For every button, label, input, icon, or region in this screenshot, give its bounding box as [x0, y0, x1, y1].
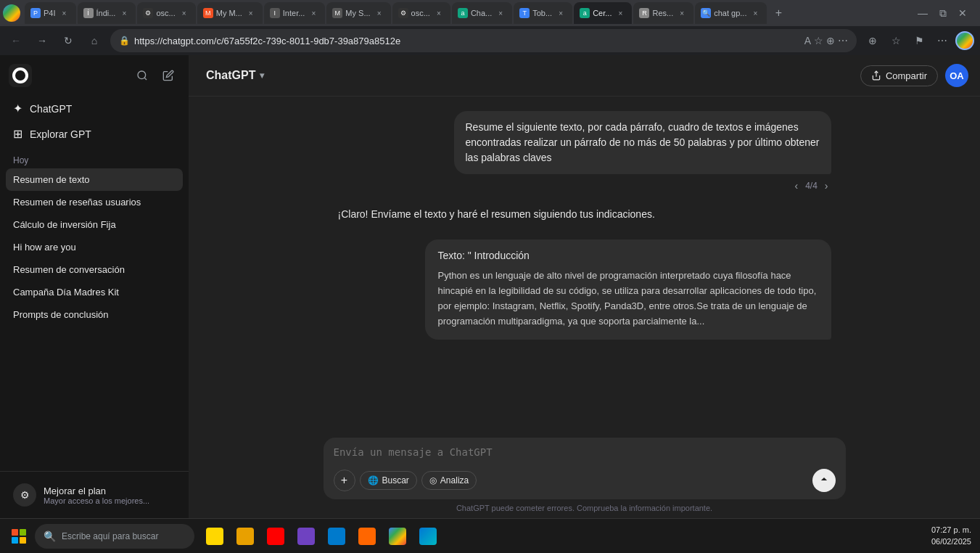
address-bar[interactable]: 🔒 https://chatgpt.com/c/67a55f2c-739c-80…: [110, 29, 857, 52]
taskbar-app-purple[interactable]: [292, 522, 321, 551]
more-icon[interactable]: ⋯: [838, 35, 848, 46]
translate-icon[interactable]: A: [804, 35, 811, 46]
close-button[interactable]: ✕: [954, 7, 971, 19]
share-button[interactable]: Compartir: [860, 65, 938, 86]
history-item-resenas[interactable]: Resumen de reseñas usuarios: [6, 191, 183, 213]
window-controls: — ⧉ ✕: [907, 7, 977, 20]
tab-github2[interactable]: ⚙ osc... ×: [392, 2, 450, 24]
prev-message-button[interactable]: ‹: [791, 179, 801, 193]
favorites-button[interactable]: ☆: [886, 30, 906, 51]
taskbar-app-sticky[interactable]: [200, 522, 229, 551]
home-button[interactable]: ⌂: [84, 30, 104, 51]
next-message-button[interactable]: ›: [822, 179, 831, 193]
history-item-prompts[interactable]: Prompts de conclusión: [6, 303, 183, 326]
taskbar-app-edge[interactable]: [413, 522, 442, 551]
back-button[interactable]: ←: [6, 30, 26, 51]
analyze-button[interactable]: ◎ Analiza: [421, 471, 477, 490]
tab-my[interactable]: M My M... ×: [197, 2, 263, 24]
explore-icon: ⊞: [13, 127, 22, 141]
taskbar-app-vscode[interactable]: [322, 522, 351, 551]
explorer-icon: [236, 528, 254, 545]
sidebar-section-hoy: Hoy: [0, 149, 189, 168]
taskbar-app-chrome[interactable]: [383, 522, 412, 551]
taskbar-app-orange[interactable]: [353, 522, 382, 551]
sidebar: ✦ ChatGPT ⊞ Explorar GPT Hoy Resumen de …: [0, 55, 189, 518]
upgrade-title: Mejorar el plan: [44, 486, 149, 496]
collections-icon[interactable]: ⊕: [826, 35, 835, 46]
assistant-message-1-row: ¡Claro! Envíame el texto y haré el resum…: [338, 205, 831, 228]
tab-tob[interactable]: T Tob... ×: [514, 2, 572, 24]
restore-button[interactable]: ⧉: [935, 7, 951, 20]
browser-actions: ⊕ ☆ ⚑ ⋯: [862, 30, 974, 51]
history-label-5: Campaña Día Madres Kit: [13, 287, 176, 298]
send-icon: [819, 475, 829, 486]
history-label-3: Hi how are you: [13, 242, 176, 253]
profile-button[interactable]: [955, 31, 974, 50]
new-tab-button[interactable]: +: [768, 3, 788, 23]
upgrade-subtitle: Mayor acceso a los mejores...: [44, 496, 149, 505]
search-label: Buscar: [382, 475, 409, 486]
start-button[interactable]: [6, 523, 32, 549]
chat-area[interactable]: Resume el siguiente texto, por cada párr…: [189, 97, 980, 429]
nav-chatgpt-label: ChatGPT: [30, 103, 72, 115]
send-button[interactable]: [812, 469, 836, 492]
tab-my2[interactable]: M My S... ×: [326, 2, 390, 24]
taskbar-app-adobe[interactable]: [261, 522, 290, 551]
assistant-message-1-text: ¡Claro! Envíame el texto y haré el resum…: [338, 206, 831, 222]
history-label-2: Cálculo de inversión Fija: [13, 219, 176, 230]
message-counter: 4/4: [805, 181, 818, 191]
attach-button[interactable]: +: [334, 470, 355, 491]
upgrade-icon: ⚙: [13, 483, 36, 507]
analyze-icon: ◎: [429, 475, 437, 486]
address-bar-row: ← → ↻ ⌂ 🔒 https://chatgpt.com/c/67a55f2c…: [0, 26, 980, 55]
collections-button[interactable]: ⚑: [909, 30, 929, 51]
tab-p4i[interactable]: P P4I ×: [25, 2, 76, 24]
sidebar-nav: ✦ ChatGPT ⊞ Explorar GPT: [0, 93, 189, 149]
tab-indi[interactable]: Í Índi... ×: [78, 2, 136, 24]
search-button[interactable]: 🌐 Buscar: [360, 471, 417, 490]
history-item-resumen-conv[interactable]: Resumen de conversación: [6, 258, 183, 281]
history-label-0: Resumen de texto: [13, 174, 176, 185]
tab-github1[interactable]: ⚙ osc... ×: [137, 2, 195, 24]
refresh-button[interactable]: ↻: [58, 30, 78, 51]
new-chat-button[interactable]: [157, 64, 180, 87]
tab-search[interactable]: 🔍 chat gp... ×: [695, 2, 767, 24]
tab-inter[interactable]: I Inter... ×: [264, 2, 326, 24]
browser-logo: [3, 4, 20, 22]
chat-title-button[interactable]: ChatGPT ▾: [200, 66, 270, 85]
nav-explore[interactable]: ⊞ Explorar GPT: [6, 121, 183, 147]
upgrade-plan-button[interactable]: ⚙ Mejorar el plan Mayor acceso a los mej…: [6, 478, 183, 512]
app-layout: ✦ ChatGPT ⊞ Explorar GPT Hoy Resumen de …: [0, 55, 980, 518]
assistant-message-1: ¡Claro! Envíame el texto y haré el resum…: [338, 205, 831, 228]
tab-res[interactable]: R Res... ×: [633, 2, 693, 24]
more-button[interactable]: ⋯: [932, 30, 952, 51]
lock-icon: 🔒: [119, 36, 130, 46]
search-button[interactable]: [131, 64, 154, 87]
tab-cha[interactable]: a Cha... ×: [452, 2, 512, 24]
history-item-campana[interactable]: Campaña Día Madres Kit: [6, 281, 183, 303]
app-icon-purple: [297, 528, 315, 545]
nav-chatgpt[interactable]: ✦ ChatGPT: [6, 96, 183, 121]
chat-input[interactable]: [334, 445, 836, 460]
share-icon: [871, 70, 881, 81]
history-item-resumen-texto[interactable]: Resumen de texto ⋯: [6, 168, 183, 191]
history-item-hi-how[interactable]: Hi how are you: [6, 236, 183, 258]
taskbar-search[interactable]: 🔍 Escribe aquí para buscar: [35, 524, 194, 549]
taskbar-search-text: Escribe aquí para buscar: [62, 531, 158, 541]
forward-button[interactable]: →: [32, 30, 52, 51]
sidebar-history: Resumen de texto ⋯ Resumen de reseñas us…: [0, 168, 189, 471]
bookmark-icon[interactable]: ☆: [814, 35, 823, 46]
history-label-1: Resumen de reseñas usuarios: [13, 197, 176, 208]
tab-cer-active[interactable]: a Cer... ×: [574, 2, 632, 24]
sidebar-top-actions: [131, 64, 180, 87]
windows-icon: [12, 529, 26, 544]
taskbar-apps: [200, 522, 442, 551]
address-bar-icons: A ☆ ⊕ ⋯: [804, 35, 848, 46]
extensions-button[interactable]: ⊕: [862, 30, 883, 51]
taskbar-app-explorer[interactable]: [231, 522, 260, 551]
minimize-button[interactable]: —: [913, 7, 932, 19]
user-message-1: Resume el siguiente texto, por cada párr…: [454, 111, 831, 174]
taskbar-right: 07:27 p. m. 06/02/2025: [928, 525, 974, 547]
taskbar-date-text: 06/02/2025: [931, 536, 971, 547]
history-item-calculo[interactable]: Cálculo de inversión Fija: [6, 213, 183, 236]
